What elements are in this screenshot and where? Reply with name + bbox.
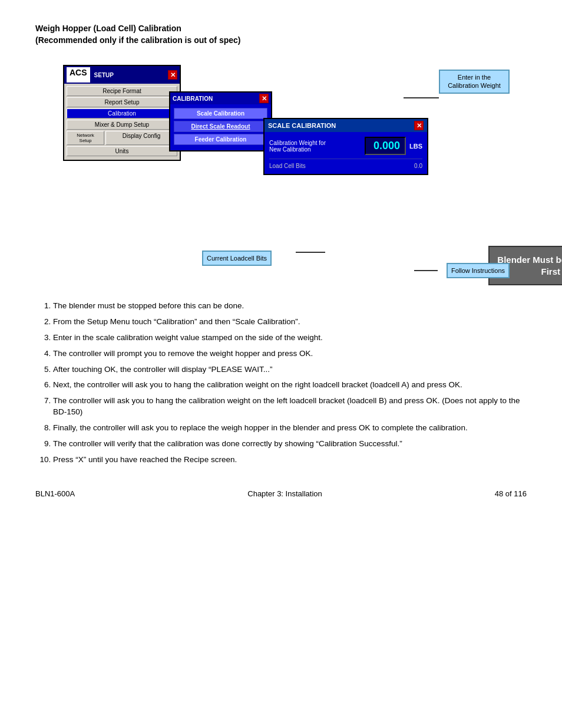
instruction-item-9: The controller will verify that the cali…: [53, 439, 527, 450]
instructions-list: The blender must be stopped before this …: [35, 301, 527, 466]
footer-right: 48 of 116: [495, 489, 527, 498]
instruction-item-8: Finally, the controller will ask you to …: [53, 423, 527, 434]
follow-instructions-annotation: Follow Instructions: [447, 263, 510, 278]
page-subtitle: (Recommended only if the calibration is …: [35, 35, 527, 45]
footer-left: BLN1-600A: [35, 489, 75, 498]
instruction-item-4: The controller will prompt you to remove…: [53, 348, 527, 360]
instruction-item-7: The controller will ask you to hang the …: [53, 396, 527, 418]
screenshot-area: ACS Group SETUP ✕ Recipe Format Report S…: [51, 59, 511, 283]
scale-unit-label: LBS: [409, 143, 422, 150]
btn-direct-scale-readout[interactable]: Direct Scale Readout: [174, 121, 267, 132]
footer-center: Chapter 3: Installation: [247, 489, 322, 498]
loadcell-bits-label: Load Cell Bits: [269, 163, 306, 169]
annotation-line-2: [296, 252, 325, 253]
scale-value-display[interactable]: 0.000: [365, 137, 406, 155]
menu-network-setup[interactable]: NetworkSetup: [67, 131, 104, 145]
scale-calib-close-button[interactable]: ✕: [414, 121, 424, 130]
calib-close-button[interactable]: ✕: [259, 94, 269, 103]
footer: BLN1-600A Chapter 3: Installation 48 of …: [35, 489, 527, 498]
calibration-window: CALIBRATION ✕ Scale Calibration Direct S…: [169, 91, 272, 151]
instruction-item-5: After touching OK, the controller will d…: [53, 364, 527, 375]
annotation-line-1: [404, 97, 439, 98]
menu-report-setup[interactable]: Report Setup: [67, 97, 177, 107]
loadcell-bits-annotation: Current Loadcell Bits: [202, 251, 272, 266]
calib-title: CALIBRATION: [173, 95, 213, 102]
instruction-item-10: Press “X” until you have reached the Rec…: [53, 454, 527, 466]
instruction-item-1: The blender must be stopped before this …: [53, 301, 527, 312]
instructions-section: The blender must be stopped before this …: [35, 301, 527, 466]
instruction-item-2: From the Setup Menu touch “Calibration” …: [53, 317, 527, 328]
acs-window: ACS Group SETUP ✕ Recipe Format Report S…: [63, 65, 181, 161]
instruction-item-6: Next, the controller will ask you to han…: [53, 380, 527, 391]
scale-calibration-window: SCALE CALIBRATION ✕ Calibration Weight f…: [263, 118, 428, 175]
scale-calib-weight-label: Calibration Weight forNew Calibration: [269, 140, 361, 153]
scale-calib-title: SCALE CALIBRATION: [268, 122, 336, 129]
acs-close-button[interactable]: ✕: [168, 70, 177, 80]
enter-calib-annotation: Enter in the Calibration Weight: [439, 70, 510, 94]
menu-display-config[interactable]: Display Config: [105, 131, 177, 145]
acs-setup-label: SETUP: [94, 72, 114, 78]
acs-logo-sub: Group: [70, 77, 87, 81]
menu-recipe-format[interactable]: Recipe Format: [67, 86, 177, 96]
menu-units[interactable]: Units: [67, 146, 177, 156]
menu-calibration[interactable]: Calibration: [67, 108, 177, 118]
annotation-line-3: [414, 270, 438, 271]
page-title: Weigh Hopper (Load Cell) Calibration: [35, 24, 527, 33]
menu-mixer-dump[interactable]: Mixer & Dump Setup: [67, 120, 177, 130]
btn-scale-calibration[interactable]: Scale Calibration: [174, 108, 267, 119]
btn-feeder-calibration[interactable]: Feeder Calibration: [174, 134, 267, 145]
loadcell-bits-value: 0.0: [414, 163, 422, 169]
instruction-item-3: Enter in the scale calibration weight va…: [53, 332, 527, 344]
